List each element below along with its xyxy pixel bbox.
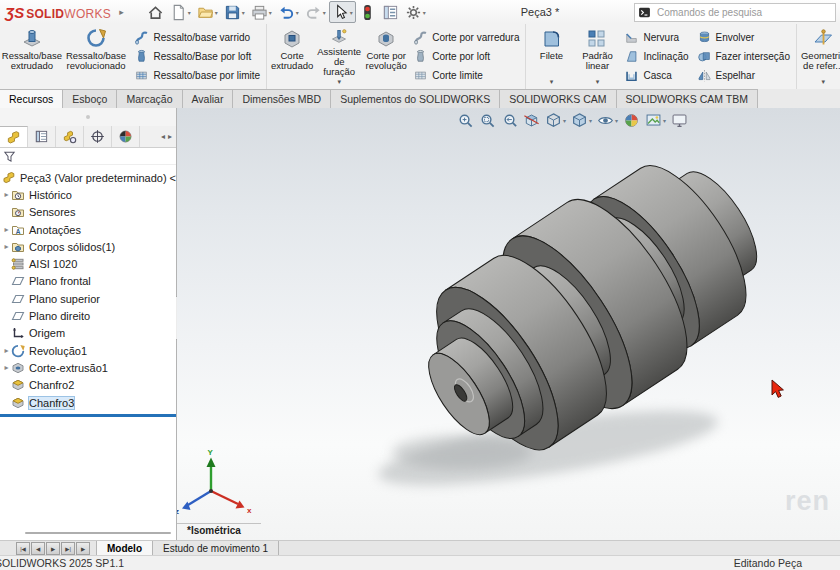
tree-item[interactable]: ▸Corpos sólidos(1) <box>0 238 176 255</box>
select-cursor-icon <box>332 4 349 21</box>
ribbon-button[interactable]: Envolver <box>697 30 790 45</box>
expand-arrow-icon[interactable]: ▸ <box>2 363 11 372</box>
home-button[interactable] <box>144 1 167 23</box>
open-doc-button[interactable]: ▾ <box>194 1 221 23</box>
settings-gear-button[interactable]: ▾ <box>402 1 429 23</box>
view-tab-estudo-de-movimento-1[interactable]: Estudo de movimento 1 <box>153 541 279 556</box>
tree-root-item[interactable]: Peça3 (Valor predeterminado) < <box>0 169 176 186</box>
zoom-fit-button[interactable] <box>456 111 475 130</box>
ribbon-button[interactable]: Corte extrudado <box>269 25 315 88</box>
tree-item[interactable]: Sensores <box>0 204 176 221</box>
zoom-area-button[interactable] <box>478 111 497 130</box>
boundary-boss-icon <box>134 68 149 83</box>
ribbon-button[interactable]: Ressalto/Base por loft <box>134 49 260 64</box>
ribbon-tab-recursos[interactable]: Recursos <box>0 89 63 108</box>
ribbon-button[interactable]: Ressalto/base por limite <box>134 68 260 83</box>
motion-nav-button[interactable]: ▶ <box>76 542 90 555</box>
view-tab-modelo[interactable]: Modelo <box>96 541 153 556</box>
ribbon-tab-suplementos-do-solidworks[interactable]: Suplementos do SOLIDWORKS <box>330 89 500 108</box>
performance-button[interactable] <box>356 1 379 23</box>
save-button[interactable]: ▾ <box>221 1 248 23</box>
panel-scroll-right-icon[interactable]: ▸ <box>168 132 172 141</box>
document-view-tabs: ModeloEstudo de movimento 1 <box>96 541 279 556</box>
tree-item[interactable]: Plano superior <box>0 290 176 307</box>
pm-properties-tab[interactable] <box>28 126 56 147</box>
motion-nav-button[interactable]: ▶| <box>61 542 75 555</box>
view-orientation-button[interactable]: ▾ <box>544 111 567 130</box>
apply-scene-button[interactable]: ▾ <box>644 111 667 130</box>
ribbon-button[interactable]: Inclinação <box>624 49 688 64</box>
rollback-bar[interactable] <box>0 414 176 417</box>
pm-config-tab[interactable] <box>56 126 84 147</box>
hide-show-button[interactable]: ▾ <box>596 111 619 130</box>
tree-item[interactable]: ▸Histórico <box>0 186 176 203</box>
ribbon-tab-esbo-o[interactable]: Esboço <box>62 89 117 108</box>
print-button[interactable]: ▾ <box>248 1 275 23</box>
ribbon-button[interactable]: Ressalto/base varrido <box>134 30 260 45</box>
new-doc-button[interactable]: ▾ <box>167 1 194 23</box>
previous-view-button[interactable] <box>500 111 519 130</box>
ribbon-button[interactable]: Ressalto/base extrudado <box>2 25 62 88</box>
motion-nav-button[interactable]: ◀ <box>31 542 45 555</box>
tree-item[interactable]: ▸Corte-extrusão1 <box>0 359 176 376</box>
command-search-box[interactable] <box>634 3 836 22</box>
expand-arrow-icon[interactable]: ▸ <box>2 242 11 251</box>
tree-item[interactable]: Plano frontal <box>0 273 176 290</box>
tree-item[interactable]: Plano direito <box>0 307 176 324</box>
pm-feature-tab[interactable] <box>0 126 28 147</box>
evaluate-button[interactable] <box>379 1 402 23</box>
model-3d-view[interactable]: Yxz <box>177 108 840 540</box>
menu-expand-icon[interactable]: ▸ <box>119 7 124 17</box>
pm-display-tab[interactable] <box>112 126 140 147</box>
ribbon-button[interactable]: Espelhar <box>697 68 790 83</box>
search-input[interactable] <box>655 6 832 19</box>
dropdown-arrow-icon[interactable]: ▾ <box>821 77 825 88</box>
edit-appearance-button[interactable] <box>622 111 641 130</box>
ribbon-button[interactable]: Padrão linear▾ <box>574 25 620 88</box>
select-cursor-button[interactable]: ▾ <box>329 1 356 23</box>
ribbon-button[interactable]: Fazer interseção <box>697 49 790 64</box>
motion-nav-button[interactable]: |◀ <box>16 542 30 555</box>
dropdown-arrow-icon[interactable]: ▾ <box>337 77 341 88</box>
expand-arrow-icon[interactable]: ▸ <box>2 190 11 199</box>
ribbon-button[interactable]: Filete▾ <box>528 25 574 88</box>
section-view-button[interactable] <box>522 111 541 130</box>
ribbon-button[interactable]: Corte por varredura <box>413 30 519 45</box>
ribbon-group-2: Filete▾Padrão linear▾NervuraInclinaçãoCa… <box>526 24 797 89</box>
display-style-button[interactable]: ▾ <box>570 111 593 130</box>
ribbon-button[interactable]: Nervura <box>624 30 688 45</box>
tree-item[interactable]: Origem <box>0 325 176 342</box>
tree-item[interactable]: Chanfro3 <box>0 394 176 411</box>
ribbon-button[interactable]: Assistente de furação▾ <box>315 25 363 88</box>
panel-grip[interactable] <box>0 108 176 126</box>
panel-scroll-left-icon[interactable]: ◂ <box>161 132 165 141</box>
tree-item[interactable]: ▸AAnotações <box>0 221 176 238</box>
panel-horizontal-scrollbar[interactable] <box>25 532 171 534</box>
view-settings-button[interactable] <box>670 111 689 130</box>
ribbon-button[interactable]: Corte limite <box>413 68 519 83</box>
pm-dimxpert-tab[interactable] <box>84 126 112 147</box>
redo-button[interactable]: ▾ <box>302 1 329 23</box>
ribbon-tab-solidworks-cam-tbm[interactable]: SOLIDWORKS CAM TBM <box>616 89 758 108</box>
ribbon-tab-avaliar[interactable]: Avaliar <box>182 89 234 108</box>
expand-arrow-icon[interactable]: ▸ <box>2 346 11 355</box>
expand-arrow-icon[interactable]: ▸ <box>2 225 11 234</box>
ribbon-tab-marca-o[interactable]: Marcação <box>116 89 182 108</box>
graphics-viewport[interactable]: Yxz ▾▾▾▾ *Isométrica ren <box>177 108 840 540</box>
tree-item[interactable]: AISI 1020 <box>0 255 176 272</box>
filter-funnel-icon[interactable] <box>3 150 16 163</box>
undo-button[interactable]: ▾ <box>275 1 302 23</box>
ribbon-button[interactable]: Casca <box>624 68 688 83</box>
dropdown-arrow-icon[interactable]: ▾ <box>596 77 600 88</box>
ribbon-button[interactable]: Corte por loft <box>413 49 519 64</box>
tree-item[interactable]: Chanfro2 <box>0 377 176 394</box>
ribbon-tab-dimens-es-mbd[interactable]: Dimensões MBD <box>232 89 331 108</box>
ribbon-button[interactable]: Ressalto/base revolucionado <box>62 25 131 88</box>
ribbon-button[interactable]: Geometria de refer...▾ <box>799 25 840 88</box>
tree-item[interactable]: ▸Revolução1 <box>0 342 176 359</box>
motion-nav-button[interactable]: ▶ <box>46 542 60 555</box>
ribbon-tab-solidworks-cam[interactable]: SOLIDWORKS CAM <box>499 89 616 108</box>
ribbon-button[interactable]: Corte por revolução <box>363 25 409 88</box>
dropdown-arrow-icon[interactable]: ▾ <box>550 77 554 88</box>
new-doc-icon <box>170 4 187 21</box>
